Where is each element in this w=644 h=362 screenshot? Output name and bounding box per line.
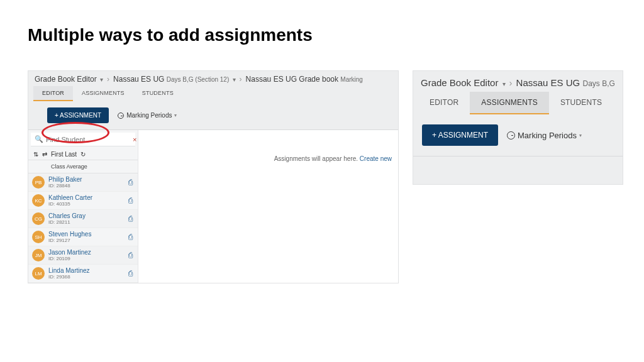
student-id: ID: 20109	[48, 256, 91, 261]
breadcrumb-gradebook[interactable]: Grade Book Editor ▾	[421, 77, 506, 88]
caret-down-icon: ▾	[174, 112, 177, 118]
marking-periods-dropdown[interactable]: Marking Periods ▾	[118, 112, 177, 119]
student-id: ID: 29127	[48, 238, 91, 243]
student-row[interactable]: JMJason MartinezID: 20109⎙	[28, 246, 138, 265]
avatar: KC	[32, 194, 45, 207]
student-row[interactable]: KCKathleen CarterID: 40335⎙	[28, 192, 138, 210]
chevron-right-icon: ›	[240, 75, 242, 84]
class-average-row: Class Average	[28, 160, 138, 173]
student-name[interactable]: Linda Martinez	[48, 267, 90, 274]
student-row[interactable]: LMLinda MartinezID: 29368⎙	[28, 265, 138, 283]
tab-students[interactable]: STUDENTS	[549, 92, 613, 114]
refresh-icon[interactable]: ↻	[80, 151, 86, 158]
search-input[interactable]	[46, 136, 133, 143]
print-icon[interactable]: ⎙	[128, 196, 133, 205]
student-row[interactable]: SHSteven HughesID: 29127⎙	[28, 228, 138, 246]
student-row[interactable]: PBPhilip BakerID: 28848⎙	[28, 173, 138, 192]
student-name[interactable]: Kathleen Carter	[48, 194, 92, 201]
tab-editor[interactable]: EDITOR	[33, 86, 73, 101]
breadcrumb-class[interactable]: Nassau ES UG Days B,G (Section 12) ▾	[113, 75, 236, 84]
caret-down-icon: ▾	[579, 133, 582, 138]
breadcrumb: Grade Book Editor ▾ › Nassau ES UG Days …	[28, 71, 398, 86]
student-id: ID: 40335	[48, 201, 92, 207]
tabs: EDITOR ASSIGNMENTS STUDENTS	[413, 92, 623, 114]
breadcrumb-book[interactable]: Nassau ES UG Grade book Marking	[246, 75, 363, 84]
student-id: ID: 28848	[48, 183, 82, 189]
chevron-down-icon: ▾	[502, 80, 506, 87]
toolbar: + ASSIGNMENT Marking Periods ▾	[413, 114, 623, 156]
search-icon: 🔍	[35, 135, 43, 143]
print-icon[interactable]: ⎙	[128, 233, 133, 241]
breadcrumb: Grade Book Editor ▾ › Nassau ES UG Days …	[413, 71, 623, 92]
swap-icon[interactable]: ⇄	[42, 151, 47, 158]
student-row[interactable]: CGCharles GrayID: 28211⎙	[28, 210, 138, 228]
student-id: ID: 28211	[48, 219, 86, 225]
avatar: CG	[32, 212, 45, 225]
editor-panel-right: Grade Book Editor ▾ › Nassau ES UG Days …	[413, 70, 623, 185]
avatar: JM	[32, 249, 45, 261]
tab-students[interactable]: STUDENTS	[133, 86, 182, 101]
student-name[interactable]: Jason Martinez	[48, 249, 91, 256]
breadcrumb-class[interactable]: Nassau ES UG Days B,G	[516, 77, 615, 88]
chevron-right-icon: ›	[107, 75, 109, 84]
student-name[interactable]: Philip Baker	[48, 176, 82, 183]
sort-row: ⇅ ⇄ First Last ↻	[28, 149, 138, 160]
print-icon[interactable]: ⎙	[128, 251, 133, 260]
chevron-right-icon: ›	[509, 77, 513, 88]
add-assignment-button[interactable]: + ASSIGNMENT	[47, 107, 109, 123]
first-last-toggle[interactable]: First Last	[51, 151, 77, 158]
chevron-down-icon: ▾	[100, 76, 103, 83]
marking-periods-dropdown[interactable]: Marking Periods ▾	[507, 131, 582, 140]
student-id: ID: 29368	[48, 274, 90, 280]
student-name[interactable]: Steven Hughes	[48, 231, 91, 238]
tabs: EDITOR ASSIGNMENTS STUDENTS	[28, 86, 398, 101]
chevron-down-icon: ▾	[233, 76, 236, 83]
print-icon[interactable]: ⎙	[128, 269, 133, 278]
tab-editor[interactable]: EDITOR	[418, 92, 470, 114]
clear-search-icon[interactable]: ×	[133, 136, 136, 143]
clock-icon	[507, 131, 515, 140]
breadcrumb-gradebook[interactable]: Grade Book Editor ▾	[35, 75, 103, 84]
print-icon[interactable]: ⎙	[128, 178, 133, 187]
assignment-grid-empty: Assignments will appear here. Create new	[138, 130, 398, 283]
avatar: SH	[32, 231, 45, 243]
tab-assignments[interactable]: ASSIGNMENTS	[470, 92, 549, 114]
toolbar: + ASSIGNMENT Marking Periods ▾	[28, 101, 398, 130]
avatar: PB	[32, 176, 45, 189]
student-search[interactable]: 🔍 ×	[31, 133, 135, 146]
add-assignment-button[interactable]: + ASSIGNMENT	[422, 124, 498, 146]
print-icon[interactable]: ⎙	[128, 214, 133, 223]
tab-assignments[interactable]: ASSIGNMENTS	[73, 86, 133, 101]
editor-panel-left: Grade Book Editor ▾ › Nassau ES UG Days …	[28, 70, 399, 283]
create-new-link[interactable]: Create new	[360, 155, 392, 162]
avatar: LM	[32, 267, 45, 280]
slide-title: Multiple ways to add assignments	[28, 25, 616, 45]
sort-updown-icon[interactable]: ⇅	[33, 151, 38, 158]
student-sidebar: 🔍 × ⇅ ⇄ First Last ↻ Class Average PBPhi…	[28, 130, 138, 283]
clock-icon	[118, 112, 124, 119]
student-name[interactable]: Charles Gray	[48, 212, 86, 219]
